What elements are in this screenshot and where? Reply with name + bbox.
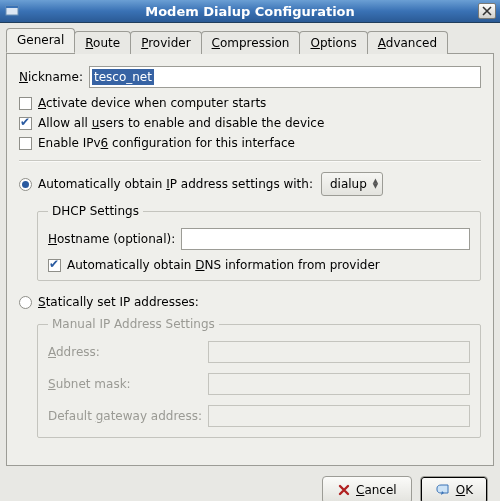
gateway-label: Default gateway address:	[48, 409, 208, 423]
ok-icon	[435, 483, 451, 497]
tab-panel-general: Nickname: tesco_net Activate device when…	[6, 53, 494, 466]
tab-route[interactable]: Route	[74, 31, 131, 54]
window-sys-icon	[4, 3, 20, 19]
tab-strip: General Route Provider Compression Optio…	[6, 29, 494, 53]
nickname-input[interactable]: tesco_net	[89, 66, 481, 88]
allow-users-row[interactable]: Allow all users to enable and disable th…	[19, 116, 481, 130]
cancel-icon	[337, 483, 351, 497]
tab-general[interactable]: General	[6, 28, 75, 53]
manual-ip-legend: Manual IP Address Settings	[48, 317, 219, 331]
address-row: Address:	[48, 341, 470, 363]
ipv6-checkbox[interactable]	[19, 137, 32, 150]
ok-label: OK	[456, 483, 473, 497]
dialup-combo-value: dialup	[330, 177, 367, 191]
dialog-buttons: Cancel OK	[6, 466, 494, 501]
cancel-label: Cancel	[356, 483, 397, 497]
tab-provider[interactable]: Provider	[130, 31, 201, 54]
hostname-label: Hostname (optional):	[48, 232, 175, 246]
cancel-button[interactable]: Cancel	[322, 476, 412, 501]
tab-advanced[interactable]: Advanced	[367, 31, 448, 54]
nickname-value-selected: tesco_net	[92, 69, 154, 85]
address-input	[208, 341, 470, 363]
window-close-button[interactable]	[478, 3, 496, 19]
dhcp-legend: DHCP Settings	[48, 204, 143, 218]
hostname-row: Hostname (optional):	[48, 228, 470, 250]
tab-options[interactable]: Options	[299, 31, 367, 54]
ipv6-label: Enable IPv6 configuration for this inter…	[38, 136, 295, 150]
activate-on-boot-checkbox[interactable]	[19, 97, 32, 110]
tab-compression[interactable]: Compression	[201, 31, 301, 54]
window-title: Modem Dialup Configuration	[22, 4, 478, 19]
client-area: General Route Provider Compression Optio…	[0, 23, 500, 501]
titlebar: Modem Dialup Configuration	[0, 0, 500, 23]
combo-arrows-icon: ▲▼	[373, 179, 378, 189]
dialup-combo[interactable]: dialup ▲▼	[321, 172, 383, 196]
ipv6-row[interactable]: Enable IPv6 configuration for this inter…	[19, 136, 481, 150]
subnet-input	[208, 373, 470, 395]
gateway-row: Default gateway address:	[48, 405, 470, 427]
auto-dns-label: Automatically obtain DNS information fro…	[67, 258, 380, 272]
allow-users-checkbox[interactable]	[19, 117, 32, 130]
ok-button[interactable]: OK	[420, 476, 488, 501]
manual-ip-group: Manual IP Address Settings Address: Subn…	[37, 317, 481, 438]
auto-ip-row[interactable]: Automatically obtain IP address settings…	[19, 172, 481, 196]
static-ip-row[interactable]: Statically set IP addresses:	[19, 295, 481, 309]
nickname-row: Nickname: tesco_net	[19, 66, 481, 88]
activate-on-boot-row[interactable]: Activate device when computer starts	[19, 96, 481, 110]
allow-users-label: Allow all users to enable and disable th…	[38, 116, 324, 130]
separator	[19, 160, 481, 162]
static-ip-label: Statically set IP addresses:	[38, 295, 199, 309]
dhcp-settings-group: DHCP Settings Hostname (optional): Autom…	[37, 204, 481, 281]
auto-dns-row[interactable]: Automatically obtain DNS information fro…	[48, 258, 470, 272]
gateway-input	[208, 405, 470, 427]
subnet-label: Subnet mask:	[48, 377, 208, 391]
subnet-row: Subnet mask:	[48, 373, 470, 395]
activate-on-boot-label: Activate device when computer starts	[38, 96, 266, 110]
static-ip-radio[interactable]	[19, 296, 32, 309]
auto-dns-checkbox[interactable]	[48, 259, 61, 272]
svg-rect-1	[6, 6, 18, 8]
auto-ip-radio[interactable]	[19, 178, 32, 191]
hostname-input[interactable]	[181, 228, 470, 250]
auto-ip-label: Automatically obtain IP address settings…	[38, 177, 313, 191]
nickname-label: Nickname:	[19, 70, 83, 84]
address-label: Address:	[48, 345, 208, 359]
